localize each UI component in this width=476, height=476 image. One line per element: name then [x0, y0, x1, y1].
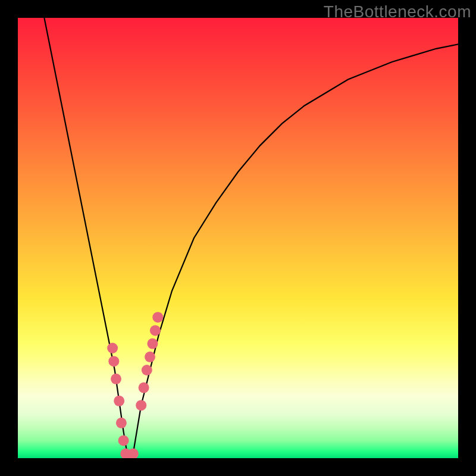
curve-marker — [152, 312, 163, 322]
curve-marker — [139, 383, 149, 393]
curve-marker — [111, 374, 121, 384]
curve-marker — [150, 325, 161, 336]
curve-marker — [108, 356, 119, 367]
curve-marker — [128, 449, 139, 458]
chart-plot-area — [18, 18, 458, 458]
curve-marker — [114, 396, 124, 406]
chart-svg — [18, 18, 458, 458]
curve-marker — [142, 365, 152, 375]
curve-marker — [145, 352, 155, 362]
curve-marker — [118, 435, 129, 446]
curve-marker — [116, 418, 127, 428]
curve-markers — [107, 312, 163, 458]
curve-marker — [147, 339, 158, 349]
curve-marker — [136, 400, 146, 411]
curve-marker — [107, 343, 118, 353]
bottleneck-curve-line — [44, 18, 458, 458]
